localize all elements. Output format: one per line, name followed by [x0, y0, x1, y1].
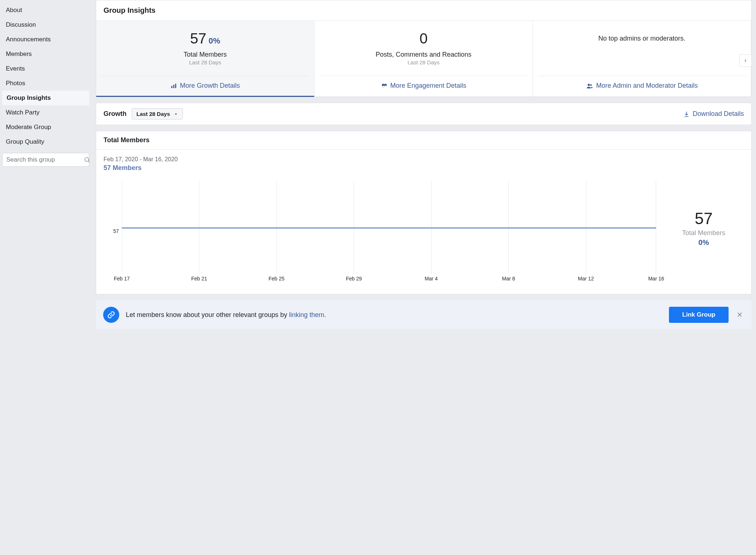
x-label: Mar 4 [425, 276, 438, 282]
svg-marker-7 [175, 113, 177, 114]
sidebar-item-about[interactable]: About [0, 3, 91, 18]
link-group-button[interactable]: Link Group [669, 307, 729, 323]
sidebar-item-discussion[interactable]: Discussion [0, 18, 91, 32]
more-growth-link[interactable]: More Growth Details [101, 76, 310, 95]
x-label: Feb 29 [346, 276, 362, 282]
more-admin-link[interactable]: More Admin and Moderator Details [537, 76, 746, 95]
bar-chart-icon [170, 83, 177, 89]
total-members-chart-panel: Total Members Feb 17, 2020 - Mar 16, 202… [96, 131, 752, 294]
growth-value: 57 [190, 30, 207, 46]
sidebar-item-watch-party[interactable]: Watch Party [0, 105, 91, 120]
admin-empty-text: No top admins or moderators. [540, 31, 744, 42]
chart-data-line [122, 227, 656, 229]
engagement-title: Posts, Comments and Reactions [322, 51, 525, 58]
side-stat-value: 57 [695, 209, 713, 228]
linking-them-link[interactable]: linking them [289, 311, 324, 318]
link-icon [103, 307, 119, 323]
sidebar-item-moderate-group[interactable]: Moderate Group [0, 120, 91, 135]
sidebar-item-photos[interactable]: Photos [0, 76, 91, 91]
page-title: Group Insights [96, 0, 751, 21]
sidebar: About Discussion Announcements Members E… [0, 0, 91, 555]
date-range-dropdown[interactable]: Last 28 Days [132, 108, 183, 120]
users-icon [586, 83, 593, 89]
growth-filter-panel: Growth Last 28 Days Download Details [96, 103, 752, 125]
chart-series-summary: 57 Members [104, 164, 744, 172]
growth-card[interactable]: 570% Total Members Last 28 Days More Gro… [96, 21, 315, 97]
sidebar-item-group-quality[interactable]: Group Quality [0, 135, 91, 149]
svg-rect-4 [175, 84, 176, 88]
engagement-sub: Last 28 Days [322, 59, 525, 65]
x-label: Mar 16 [648, 276, 664, 282]
search-icon [84, 156, 90, 163]
search-input-wrap[interactable] [2, 153, 89, 167]
x-label: Feb 21 [191, 276, 207, 282]
x-label: Feb 25 [268, 276, 285, 282]
download-icon [683, 111, 690, 117]
svg-point-0 [85, 158, 89, 162]
close-banner-button[interactable]: ✕ [735, 309, 744, 321]
link-group-banner: Let members know about your other releva… [96, 300, 752, 329]
svg-rect-3 [173, 85, 174, 88]
chart-plot-area: 57 Feb 17 Feb 21 [104, 173, 663, 283]
more-engagement-link[interactable]: More Engagement Details [319, 76, 528, 95]
svg-line-1 [88, 161, 89, 162]
growth-section-title: Growth [104, 110, 127, 118]
search-input[interactable] [6, 156, 84, 163]
side-stat-label: Total Members [682, 229, 725, 237]
banner-text: Let members know about your other releva… [126, 311, 662, 319]
svg-rect-2 [171, 86, 172, 88]
download-details-link[interactable]: Download Details [683, 110, 744, 118]
sidebar-item-events[interactable]: Events [0, 61, 91, 76]
caret-down-icon [174, 113, 178, 116]
chevron-right-icon [744, 58, 747, 64]
x-label: Feb 17 [114, 276, 130, 282]
x-label: Mar 12 [578, 276, 594, 282]
side-stat-pct: 0% [699, 238, 709, 247]
engagement-value: 0 [322, 31, 525, 46]
admin-card[interactable]: No top admins or moderators. More Admin … [533, 21, 751, 97]
growth-sub: Last 28 Days [104, 59, 307, 65]
chart-side-stat: 57 Total Members 0% [663, 173, 744, 283]
x-label: Mar 8 [502, 276, 515, 282]
sidebar-item-members[interactable]: Members [0, 47, 91, 61]
sidebar-item-group-insights[interactable]: Group Insights [2, 91, 89, 105]
cards-next-arrow[interactable] [739, 54, 752, 67]
engagement-card[interactable]: 0 Posts, Comments and Reactions Last 28 … [315, 21, 533, 97]
insights-summary-panel: Group Insights 570% Total Members Last 2… [96, 0, 752, 97]
sidebar-item-announcements[interactable]: Announcements [0, 32, 91, 47]
close-icon: ✕ [737, 311, 743, 319]
svg-point-5 [588, 84, 590, 86]
svg-point-6 [590, 84, 592, 86]
heartbeat-icon [381, 83, 387, 89]
chart-date-range: Feb 17, 2020 - Mar 16, 2020 [104, 156, 744, 163]
chart-title: Total Members [96, 131, 751, 150]
growth-pct: 0% [208, 36, 220, 45]
growth-title: Total Members [104, 51, 307, 58]
y-tick: 57 [113, 228, 119, 234]
